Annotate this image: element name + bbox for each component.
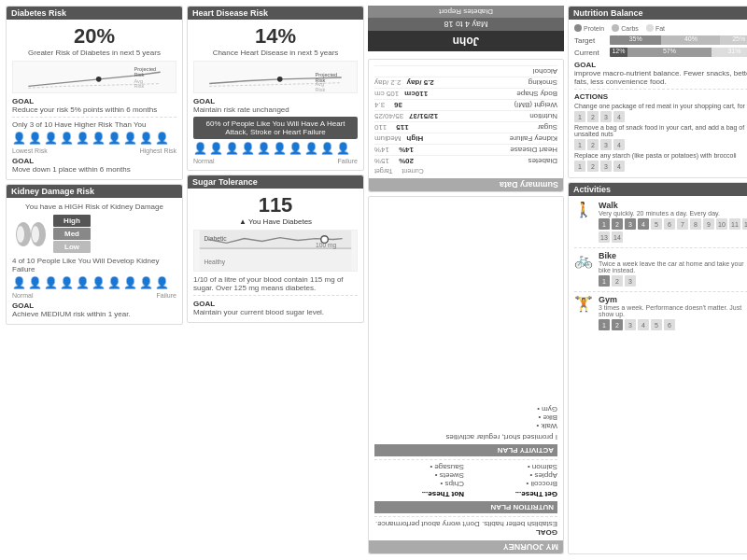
get-item-2: Apples • [468, 471, 557, 480]
heart-person-1: 👤 [193, 142, 207, 155]
get-these-label: Get These... [468, 490, 557, 498]
walk-name: Walk [599, 201, 747, 210]
summary-row-bmi: Weight (BMI) 36 3.4 [374, 99, 557, 110]
action3-dots: 1 2 3 4 [574, 161, 747, 172]
heart-chart: Projected Risk Avg Risk [193, 61, 358, 93]
action1: Change one package of red meat in your s… [574, 103, 747, 109]
activity-list: Walk • Bike • Gym • [374, 405, 557, 430]
heart-percent: 14% [193, 24, 358, 49]
current-track: 12% 57% 31% [610, 48, 747, 57]
get-these-col: Get These... Broccoli • Apples • Salmon … [468, 463, 557, 498]
target-fat-val: 25% [720, 35, 747, 42]
journey-card: MY JOURNEY GOAL Establish better habits.… [368, 196, 564, 554]
bike-item: 🚲 Bike Twice a week leave the car at hom… [574, 251, 747, 287]
get-item-3: Salmon • [468, 463, 557, 471]
svg-point-20 [321, 236, 329, 244]
heart-person-4: 👤 [241, 142, 255, 155]
col4: Nutrition Balance Protein Carbs Fat [568, 6, 747, 554]
kidney-compare-label: 4 of 10 People Like You Will Develop Kid… [12, 257, 176, 273]
nutrition-bars: Target 35% 40% 25% Cu [574, 35, 747, 57]
diabetes-people: 👤 👤 👤 👤 👤 👤 👤 👤 👤 👤 [12, 132, 176, 145]
risk-med: Med [53, 228, 91, 240]
activities-header: Activities [569, 183, 747, 196]
kidney-right-note: Failure [157, 292, 176, 299]
bd2: 2 [612, 275, 623, 287]
diabetes-compare-label: Only 3 of 10 Have Higher Risk Than You [12, 120, 176, 129]
heart-right-note: Failure [338, 158, 358, 164]
nutrition-plan-header: NUTRITION PLAN [374, 501, 557, 513]
wd6: 6 [664, 218, 675, 230]
heart-person-3: 👤 [225, 142, 239, 155]
heart-person-7: 👤 [289, 142, 303, 155]
sugar-goal: Maintain your current blood sugar level. [193, 308, 358, 316]
bd3: 3 [625, 275, 636, 287]
target-protein-val: 35% [610, 35, 661, 42]
kidney-person-5: 👤 [76, 276, 90, 289]
kidney-person-3: 👤 [44, 276, 58, 289]
nutrition-goal-label: GOAL [574, 61, 747, 69]
nutrition-lists: Get These... Broccoli • Apples • Salmon … [374, 463, 557, 498]
not-item-2: Sweets • [374, 471, 464, 480]
action3: Replace any starch (like pasta or potato… [574, 152, 747, 159]
protein-dot [574, 24, 582, 32]
diabetes-header: Diabetes Risk [7, 7, 182, 20]
summary-row-smoking: Smoking 2.5 /day 2.2 /day [374, 77, 557, 88]
wd10: 10 [716, 218, 727, 230]
heart-left-note: Normal [193, 158, 215, 164]
diabetes-left-note: Lowest Risk [12, 147, 48, 154]
a3d2: 2 [587, 161, 599, 172]
diabetes-compare-goal-label: GOAL [12, 157, 176, 165]
kidney-icon-area: High Med Low [12, 215, 176, 253]
gym-item: 🏋 Gym 3 times a week. Performance doesn'… [574, 295, 747, 330]
sugar-chart: Diabetic Healthy 100 mg [193, 230, 358, 272]
target-carbs-seg: 40% [661, 35, 720, 45]
gd5: 5 [651, 319, 662, 330]
person-10: 👤 [155, 132, 169, 145]
activities-card: Activities 🚶 Walk Very quickly. 20 minut… [568, 182, 747, 554]
walk-days: 1 2 3 4 5 6 7 8 9 10 11 12 13 14 [599, 218, 747, 243]
kidney-svg [12, 216, 49, 253]
bd1: 1 [599, 275, 610, 287]
kidney-goal-label: GOAL [12, 301, 176, 310]
diabetes-card: Diabetes Risk 20% Greater Risk of Diabet… [6, 6, 183, 180]
svg-text:Risk: Risk [315, 87, 325, 92]
kidney-subtitle: You have a HIGH Risk of Kidney Damage [12, 203, 176, 211]
heart-people: 👤 👤 👤 👤 👤 👤 👤 👤 👤 👤 [193, 142, 358, 155]
current-fat-val: 31% [712, 48, 747, 54]
john-section: John May 4 to 18 Diabetes Report [368, 6, 564, 51]
heart-card: Heart Disease Risk 14% Chance Heart Dise… [187, 6, 364, 171]
walk-icon: 🚶 [574, 201, 593, 218]
wd11: 11 [729, 218, 740, 230]
wd12: 12 [742, 218, 747, 230]
a3d1: 1 [574, 161, 585, 172]
kidney-card: Kidney Damage Risk You have a HIGH Risk … [6, 184, 183, 325]
walk-desc: Very quickly. 20 minutes a day. Every da… [599, 210, 747, 217]
activity-walk: Walk • [374, 422, 557, 430]
diabetes-percent: 20% [12, 24, 176, 49]
john-date: May 4 to 18 [368, 18, 564, 31]
summary-row-heart: Heart Disease 14% 14% [374, 144, 557, 155]
kidney-person-2: 👤 [28, 276, 42, 289]
report-label: Diabetes Report [368, 6, 564, 18]
risk-low: Low [53, 241, 91, 253]
heart-subtitle: Chance Heart Disease in next 5 years [193, 49, 358, 57]
a1d3: 3 [600, 111, 612, 122]
summary-card: Summary Data Current Target Diabetes 20%… [368, 59, 564, 192]
person-2: 👤 [28, 132, 42, 145]
sugar-desc: 1/10 of a litre of your blood contain 11… [193, 275, 358, 292]
summary-row-alcohol: Alcohol [374, 65, 557, 77]
activity-promise: I promised short, regular activities [374, 433, 557, 441]
gym-info: Gym 3 times a week. Performance doesn't … [599, 295, 747, 330]
heart-header: Heart Disease Risk [188, 7, 363, 20]
current-label: Current [574, 49, 607, 57]
gym-days: 1 2 3 4 5 6 [599, 319, 747, 330]
nutrition-goal: improve macro-nutrient balance. Fewer sn… [574, 69, 747, 86]
wd14: 14 [612, 231, 623, 243]
heart-warning: 60% of People Like You Will Have A Heart… [193, 117, 358, 139]
bike-days: 1 2 3 [599, 275, 747, 287]
gd4: 4 [638, 319, 649, 330]
gym-desc: 3 times a week. Performance doesn't matt… [599, 304, 747, 317]
a1d2: 2 [587, 111, 599, 122]
diabetes-goal-label: GOAL [12, 97, 176, 105]
kidney-person-7: 👤 [107, 276, 121, 289]
